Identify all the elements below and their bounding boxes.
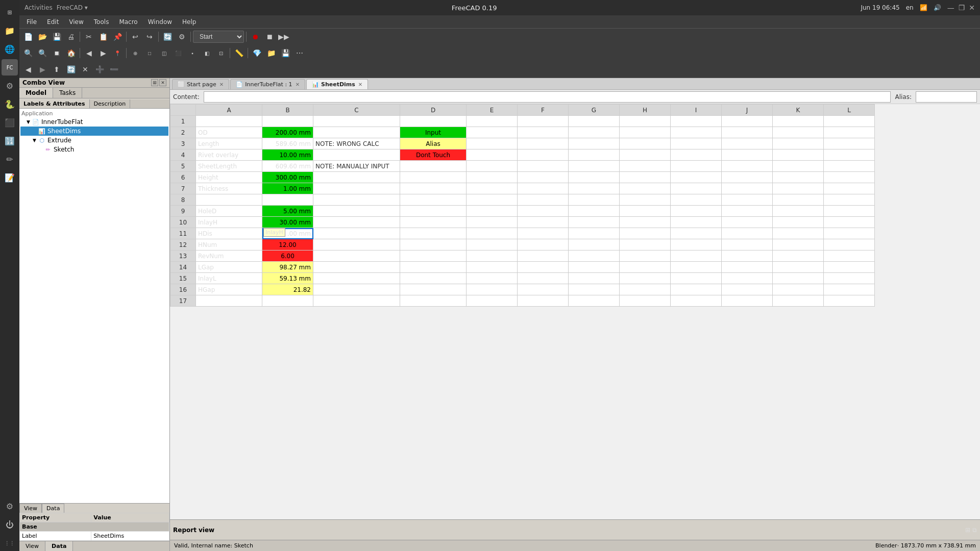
grid-cell[interactable] xyxy=(773,239,824,251)
tree-arrow-extrude[interactable]: ▼ xyxy=(33,138,38,143)
grid-cell[interactable] xyxy=(400,262,467,273)
grid-cell[interactable] xyxy=(620,138,671,149)
grid-cell[interactable] xyxy=(773,138,824,149)
grid-cell[interactable] xyxy=(467,251,518,262)
grid-cell[interactable] xyxy=(773,194,824,206)
grid-cell[interactable] xyxy=(518,251,569,262)
tb-paste[interactable]: 📌 xyxy=(111,31,124,43)
grid-cell[interactable] xyxy=(824,284,875,295)
grid-cell[interactable] xyxy=(722,183,773,194)
row-header[interactable]: 15 xyxy=(170,273,196,284)
grid-cell[interactable]: Length xyxy=(196,138,262,149)
grid-cell[interactable] xyxy=(722,228,773,239)
grid-cell[interactable]: RevNum xyxy=(196,251,262,262)
tb-view3d-1[interactable]: □ xyxy=(143,47,156,59)
combo-tab-model[interactable]: Model xyxy=(19,88,53,98)
row-header[interactable]: 14 xyxy=(170,262,196,273)
tb-cut[interactable]: ✂ xyxy=(82,31,95,43)
alias-input[interactable] xyxy=(916,91,977,103)
grid-cell[interactable] xyxy=(196,116,262,127)
dock-freecad-icon[interactable]: FC xyxy=(2,59,18,76)
menu-help[interactable]: Help xyxy=(177,17,201,27)
tb-nav-fwd[interactable]: ▶ xyxy=(96,47,110,59)
grid-cell[interactable] xyxy=(569,262,620,273)
row-header[interactable]: 13 xyxy=(170,251,196,262)
grid-cell[interactable] xyxy=(620,228,671,239)
grid-cell[interactable] xyxy=(722,149,773,161)
tb-print[interactable]: 🖨 xyxy=(64,31,78,43)
tb-macro-record[interactable]: ⚙ xyxy=(175,31,188,43)
grid-cell[interactable] xyxy=(400,172,467,183)
row-header[interactable]: 17 xyxy=(170,295,196,307)
grid-cell[interactable] xyxy=(313,251,400,262)
grid-cell[interactable]: Thickness xyxy=(196,183,262,194)
doc-tab-start-close[interactable]: ✕ xyxy=(219,82,224,87)
grid-cell[interactable] xyxy=(773,217,824,228)
grid-cell[interactable] xyxy=(467,127,518,138)
tb-view3d-5[interactable]: ◧ xyxy=(200,47,213,59)
grid-cell[interactable] xyxy=(773,284,824,295)
grid-cell[interactable]: 10.00 mm xyxy=(262,149,313,161)
tb-measure[interactable]: 📏 xyxy=(232,47,246,59)
tb-nav-back[interactable]: ◀ xyxy=(82,47,95,59)
grid-container[interactable]: A B C D E F G H I J K L xyxy=(170,104,980,519)
menu-macro[interactable]: Macro xyxy=(114,17,142,27)
grid-cell[interactable] xyxy=(722,138,773,149)
grid-cell[interactable] xyxy=(722,273,773,284)
grid-cell[interactable] xyxy=(313,273,400,284)
grid-cell[interactable] xyxy=(518,295,569,307)
tb-view3d-6[interactable]: ⊡ xyxy=(214,47,228,59)
grid-cell[interactable]: 30.00 mm xyxy=(262,217,313,228)
activities-icon[interactable]: ⊞ xyxy=(2,4,18,20)
grid-cell[interactable] xyxy=(467,172,518,183)
grid-cell[interactable] xyxy=(824,161,875,172)
grid-cell[interactable] xyxy=(722,161,773,172)
tree-item-innertube[interactable]: ▼ 📄 InnerTubeFlat xyxy=(20,117,168,127)
grid-cell[interactable] xyxy=(467,228,518,239)
tb-open[interactable]: 📂 xyxy=(36,31,49,43)
grid-cell[interactable] xyxy=(824,172,875,183)
tb-add[interactable]: ➕ xyxy=(93,63,106,76)
dock-browser-icon[interactable]: 🌐 xyxy=(2,41,18,57)
grid-cell[interactable] xyxy=(467,217,518,228)
dock-settings2-icon[interactable]: ⚙ xyxy=(2,498,18,514)
grid-cell[interactable]: 59.13 mm xyxy=(262,273,313,284)
grid-cell[interactable] xyxy=(569,206,620,217)
grid-cell[interactable] xyxy=(518,127,569,138)
row-header[interactable]: 6 xyxy=(170,172,196,183)
grid-cell[interactable] xyxy=(467,262,518,273)
tb-save[interactable]: 💾 xyxy=(50,31,63,43)
grid-cell[interactable] xyxy=(467,284,518,295)
report-float-icon[interactable]: ⧉ xyxy=(972,527,977,534)
tb-fwd2[interactable]: ▶ xyxy=(36,63,49,76)
grid-cell[interactable] xyxy=(620,161,671,172)
grid-cell[interactable]: InlayL xyxy=(196,273,262,284)
grid-cell[interactable]: 5.00 mm xyxy=(262,206,313,217)
grid-cell[interactable]: 6.00 xyxy=(262,251,313,262)
doc-tab-sheetdims[interactable]: 📊 SheetDims ✕ xyxy=(306,79,368,89)
grid-cell[interactable] xyxy=(824,217,875,228)
combo-float-btn[interactable]: ⊞ xyxy=(151,79,158,86)
grid-cell[interactable] xyxy=(518,183,569,194)
props-tab-view[interactable]: View xyxy=(19,504,42,513)
grid-cell[interactable]: SheetLength xyxy=(196,161,262,172)
grid-cell[interactable] xyxy=(518,217,569,228)
grid-cell[interactable] xyxy=(671,127,722,138)
grid-cell[interactable]: 200.00 mm xyxy=(262,127,313,138)
grid-cell[interactable]: HGap xyxy=(196,284,262,295)
tb-part-more[interactable]: ⋯ xyxy=(293,47,306,59)
dock-files-icon[interactable]: 📁 xyxy=(2,22,18,39)
grid-cell[interactable] xyxy=(620,284,671,295)
report-expand-icon[interactable]: ⊞ xyxy=(965,527,970,534)
grid-cell[interactable]: InlayH.00 mm xyxy=(262,228,313,239)
grid-cell[interactable] xyxy=(671,251,722,262)
grid-cell[interactable] xyxy=(467,239,518,251)
grid-cell[interactable] xyxy=(569,116,620,127)
grid-cell[interactable] xyxy=(467,183,518,194)
grid-cell[interactable] xyxy=(313,262,400,273)
dock-settings1-icon[interactable]: ⚙ xyxy=(2,78,18,94)
row-header[interactable]: 3 xyxy=(170,138,196,149)
row-header[interactable]: 12 xyxy=(170,239,196,251)
dock-terminal-icon[interactable]: ⬛ xyxy=(2,114,18,131)
row-header[interactable]: 16 xyxy=(170,284,196,295)
